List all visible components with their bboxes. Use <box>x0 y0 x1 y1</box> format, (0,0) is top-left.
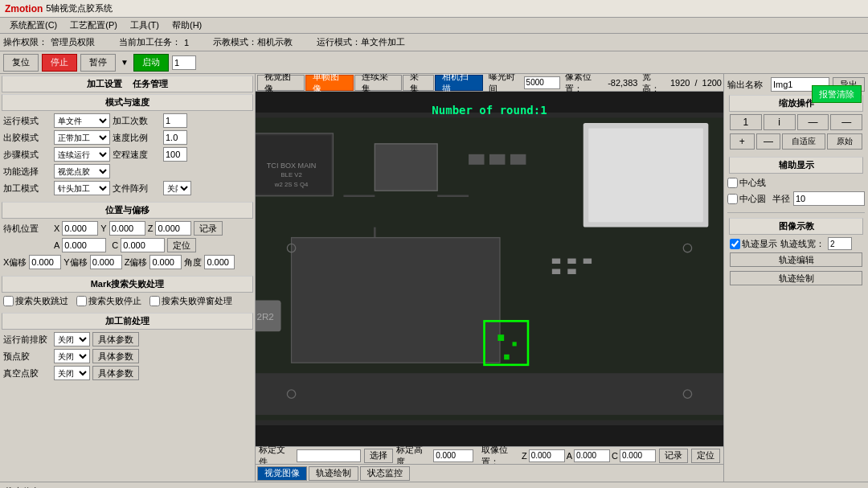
proc-mode-select[interactable]: 针头加工 <box>54 181 110 195</box>
zoom-plus-button[interactable]: + <box>730 133 755 150</box>
center-line-cb[interactable]: 中心线 <box>727 177 766 189</box>
offset-x-input[interactable] <box>29 255 61 269</box>
mark-stop-cb[interactable]: 搜索失败停止 <box>76 295 141 307</box>
tab-continuous-capture[interactable]: 连续采集 <box>354 75 402 91</box>
zoom-1-button[interactable]: 1 <box>730 114 762 130</box>
preweld-row: 运行前排胶 关闭 具体参数 <box>3 332 252 347</box>
img-demo-section: 图像示教 轨迹显示 轨迹线宽： 轨迹编辑 轨迹绘制 <box>727 212 865 290</box>
tab-vision-image[interactable]: 视觉图像 <box>257 75 305 91</box>
takepos-c-input[interactable] <box>620 449 656 462</box>
mark-skip-checkbox[interactable] <box>3 296 14 306</box>
mark-dialog-cb[interactable]: 搜索失败弹窗处理 <box>149 295 232 307</box>
bottom-tab-traj-edit[interactable]: 轨迹绘制 <box>309 466 358 481</box>
svg-rect-30 <box>583 259 592 264</box>
zoom-original-button[interactable]: 原始 <box>827 133 862 150</box>
record-button[interactable]: 记录 <box>194 221 223 236</box>
app-logo: Zmotion <box>5 3 43 14</box>
traj-width-input[interactable] <box>828 237 852 250</box>
pos-z-input[interactable] <box>155 221 191 236</box>
preweld-params-button[interactable]: 具体参数 <box>92 332 139 347</box>
offset-z-input[interactable] <box>149 255 182 269</box>
calib-height-input[interactable] <box>433 449 473 462</box>
center-line-checkbox[interactable] <box>727 178 738 188</box>
func-select[interactable]: 视觉点胶 <box>54 164 110 178</box>
svg-rect-27 <box>504 355 509 359</box>
zoom-row2: + — 自适应 原始 <box>730 133 862 150</box>
app-title: 5轴视觉点胶系统 <box>46 2 113 14</box>
center-circle-checkbox[interactable] <box>727 194 738 204</box>
stop-button[interactable]: 停止 <box>42 54 77 72</box>
calib-locate-button[interactable]: 定位 <box>691 449 720 463</box>
status-bar: 状态信息 <box>0 482 868 488</box>
mark-stop-checkbox[interactable] <box>76 296 87 306</box>
mark-skip-cb[interactable]: 搜索失败跳过 <box>3 295 68 307</box>
radius-input[interactable] <box>793 191 865 206</box>
locate-button[interactable]: 定位 <box>167 238 196 252</box>
menu-process[interactable]: 工艺配置(P) <box>63 19 124 31</box>
mark-dialog-checkbox[interactable] <box>149 296 160 306</box>
zoom-minus2-button[interactable]: — <box>830 114 862 130</box>
pixel-pos-value: -82,383 <box>608 78 637 88</box>
preweld-select[interactable]: 关闭 <box>54 332 90 347</box>
menu-system[interactable]: 系统配置(C) <box>3 19 63 31</box>
zoom-minus3-button[interactable]: — <box>756 133 781 150</box>
section-header-mark: Mark搜索失败处理 <box>2 276 253 293</box>
predot-select[interactable]: 关闭 <box>54 349 90 363</box>
takepos-a-label: A <box>567 451 572 461</box>
separator: / <box>694 78 697 88</box>
zoom-controls: 1 i — — + — 自适应 原始 <box>727 112 865 155</box>
exposure-input[interactable] <box>524 76 560 89</box>
speed-ratio-input[interactable] <box>163 130 187 145</box>
traj-display-checkbox[interactable] <box>730 239 740 249</box>
process-count-input[interactable] <box>163 113 187 128</box>
offset-y-label: Y偏移 <box>63 256 87 269</box>
svg-rect-13 <box>510 154 526 165</box>
angle-input[interactable] <box>204 255 235 269</box>
vacuum-select[interactable]: 关闭 <box>54 366 90 380</box>
bottom-section: 状态信息 2024/05/11 16:38:58 加工任务选择:文件1-Run_… <box>0 482 868 488</box>
zoom-auto-button[interactable]: 自适应 <box>782 133 825 150</box>
pos-y-input[interactable] <box>109 221 145 236</box>
calib-select-button[interactable]: 选择 <box>364 449 393 463</box>
takepos-z-input[interactable] <box>529 449 565 462</box>
bottom-tab-status[interactable]: 状态监控 <box>360 466 410 481</box>
run-mode-select[interactable]: 单文件 <box>54 113 110 128</box>
step-mode-label: 步骤模式 <box>3 149 51 161</box>
reset-button[interactable]: 复位 <box>3 54 39 72</box>
tab-capture[interactable]: 采集 <box>403 75 434 91</box>
center-circle-cb[interactable]: 中心圆 <box>727 193 766 205</box>
traj-draw-button[interactable]: 轨迹绘制 <box>730 271 862 285</box>
aux-controls: 中心线 中心圆 半径 <box>727 177 865 206</box>
vacuum-params-button[interactable]: 具体参数 <box>92 366 139 380</box>
pause-button[interactable]: 暂停 <box>80 54 116 72</box>
calib-bar: 标定文件 选择 标定高度 取像位置： Z A C 记录 定位 <box>256 446 723 464</box>
tab-single-frame[interactable]: 单帧图像 <box>305 75 353 91</box>
glue-mode-select[interactable]: 正带加工 <box>54 130 110 145</box>
zoom-i-button[interactable]: i <box>764 114 796 130</box>
offset-y-input[interactable] <box>90 255 122 269</box>
pos-y-label: Y <box>100 223 106 233</box>
pos-c-input[interactable] <box>121 238 165 252</box>
count-input[interactable] <box>172 55 196 70</box>
start-button[interactable]: 启动 <box>133 54 169 72</box>
calib-record-button[interactable]: 记录 <box>659 449 688 463</box>
traj-edit-button[interactable]: 轨迹编辑 <box>730 252 862 267</box>
bottom-tab-vision[interactable]: 视觉图像 <box>257 466 307 481</box>
step-mode-select[interactable]: 连续运行 <box>54 147 110 162</box>
travel-speed-input[interactable] <box>163 147 187 162</box>
predot-params-button[interactable]: 具体参数 <box>92 349 139 363</box>
zoom-minus1-button[interactable]: — <box>797 114 829 130</box>
menu-help[interactable]: 帮助(H) <box>166 19 208 31</box>
alert-clear-button[interactable]: 报警清除 <box>812 85 862 103</box>
file-arr-select[interactable]: 关闭 <box>163 181 191 195</box>
traj-display-cb[interactable]: 轨迹显示 <box>730 238 777 250</box>
traj-width-label: 轨迹线宽： <box>780 238 825 250</box>
tab-camera-scan[interactable]: 相机扫描 <box>435 75 482 91</box>
takepos-a-input[interactable] <box>574 449 610 462</box>
calib-file-input[interactable] <box>297 449 361 462</box>
pos-x-input[interactable] <box>62 221 98 236</box>
menu-tools[interactable]: 工具(T) <box>124 19 166 31</box>
pos-a-input[interactable] <box>62 238 106 252</box>
run-mode-row: 运行模式 单文件 加工次数 <box>3 113 252 128</box>
predot-row: 预点胶 关闭 具体参数 <box>3 349 252 363</box>
